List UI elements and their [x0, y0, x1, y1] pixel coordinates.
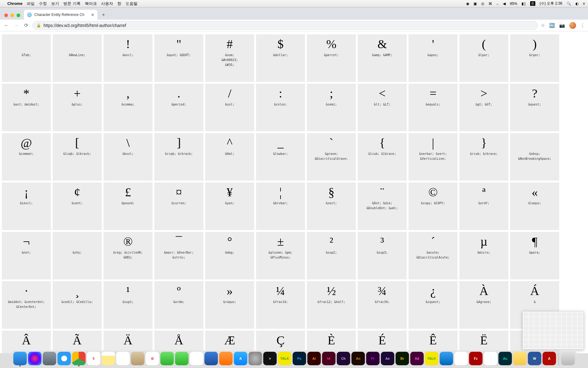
char-cell[interactable]: º&ordm; — [154, 281, 203, 329]
pip-thumbnail[interactable] — [522, 311, 584, 350]
dock-app-screenshot[interactable] — [484, 352, 497, 365]
dock-app-numbers[interactable] — [190, 352, 203, 365]
char-cell[interactable]: ¢&cent; — [53, 182, 102, 230]
forward-button[interactable]: → — [13, 23, 20, 28]
char-cell[interactable]: )&rpar; — [510, 34, 559, 82]
char-cell[interactable]: ¸&cedil; &Cedilla; — [53, 281, 102, 329]
char-cell[interactable]: ¦&brvbar; — [256, 182, 305, 230]
char-cell[interactable]: &NewLine; — [53, 34, 102, 82]
dock-app-kakaotalk[interactable]: TALK — [278, 352, 292, 365]
dock-app-photoshop[interactable]: Ps — [293, 352, 306, 365]
status-icon-1[interactable]: ◉ — [466, 2, 469, 6]
input-source[interactable]: 한 — [530, 1, 535, 6]
menubar-clock[interactable]: (수) 오후 2:36 — [540, 1, 562, 6]
dock-app-kakao2[interactable]: TALK — [425, 352, 439, 365]
volume-icon[interactable]: ◀ — [503, 2, 506, 6]
dock-app-filezilla[interactable]: Fz — [469, 352, 483, 365]
char-cell[interactable]: ;&semi; — [307, 84, 356, 131]
status-icon-3[interactable]: ◎ — [481, 2, 484, 6]
char-cell[interactable]: :&colon; — [256, 84, 305, 131]
menu-help[interactable]: 도움말 — [126, 1, 138, 6]
battery-icon[interactable]: ▮▯ — [522, 2, 526, 6]
char-cell[interactable]: Ã — [53, 331, 102, 353]
char-cell[interactable]: ¨&Dot; &die; &DoubleDot; &uml; — [358, 182, 407, 230]
dock-app-reminders[interactable] — [116, 352, 130, 365]
char-cell[interactable]: »&raquo; — [205, 281, 254, 329]
char-cell[interactable]: À&Agrave; — [459, 281, 508, 329]
char-cell[interactable]: `&grave; &DiacriticalGrave; — [307, 133, 356, 181]
window-close-button[interactable] — [4, 13, 8, 17]
char-cell[interactable]: §&sect; — [307, 182, 356, 230]
char-cell[interactable]: '&apos; — [409, 34, 458, 82]
dock-app-acrobat[interactable]: A — [543, 352, 556, 365]
char-cell[interactable]: µ&micro; — [459, 232, 508, 279]
char-cell[interactable]: Å — [154, 331, 203, 353]
char-cell[interactable]: ¼&frac14; — [256, 281, 305, 329]
char-cell[interactable]: ±&plusmn; &pm; &PlusMinus; — [256, 232, 305, 279]
dock-app-books[interactable] — [219, 352, 233, 365]
char-cell[interactable]: <&lt; &LT; — [358, 84, 407, 131]
dock-app-animate[interactable]: An — [352, 352, 365, 365]
char-cell[interactable]: ³&sup3; — [358, 232, 407, 279]
char-cell[interactable]: Â — [2, 331, 51, 353]
char-cell[interactable]: ¶&para; — [510, 232, 559, 279]
dock-app-audition[interactable]: Au — [499, 352, 512, 365]
dock-app-figma[interactable] — [454, 352, 468, 365]
char-cell[interactable]: ¹&sup1; — [104, 281, 153, 329]
char-cell[interactable]: %&percnt; — [307, 34, 356, 82]
control-center-icon[interactable]: ≡ — [583, 2, 585, 6]
char-cell[interactable]: Æ — [205, 331, 254, 353]
status-icon-2[interactable]: ▣ — [473, 2, 477, 6]
translate-icon[interactable]: 🔤 — [549, 23, 555, 28]
dock-app-notes[interactable] — [102, 352, 115, 365]
window-minimize-button[interactable] — [10, 13, 14, 17]
menu-people[interactable]: 사용자 — [101, 1, 113, 6]
char-cell[interactable]: "&quot; &QUOT; — [154, 34, 203, 82]
char-cell[interactable]: ´&acute; &DiacriticalAcute; — [409, 232, 458, 279]
window-zoom-button[interactable] — [17, 13, 20, 17]
dock-app-stickies[interactable] — [513, 352, 527, 365]
char-cell[interactable]: [&lsqb; &lbrack; — [53, 133, 102, 181]
char-cell[interactable]: _&lowbar; — [256, 133, 305, 181]
dock-app-facetime[interactable] — [175, 352, 189, 365]
char-cell[interactable]: ®&reg; &circledR; &REG; — [104, 232, 153, 279]
dock-app-word[interactable]: W — [528, 352, 541, 365]
char-cell[interactable]: /&sol; — [205, 84, 254, 131]
dock-app-photos[interactable]: ✿ — [146, 352, 159, 365]
camera-icon[interactable]: 📷 — [559, 23, 565, 28]
app-name[interactable]: Chrome — [7, 1, 22, 6]
char-cell[interactable]: ¥&yen; — [205, 182, 254, 230]
address-bar[interactable]: 🔒 https://dev.w3.org/html5/html-author/c… — [32, 21, 538, 30]
dock-app-siri[interactable] — [28, 352, 42, 365]
char-cell[interactable]: ¤&curren; — [154, 182, 203, 230]
char-cell[interactable]: ©&copy; &COPY; — [409, 182, 458, 230]
menu-bookmarks[interactable]: 북마크 — [85, 1, 97, 6]
dock-app-contacts[interactable] — [131, 352, 145, 365]
dock-app-keynote[interactable] — [205, 352, 218, 365]
char-cell[interactable]: =&equals; — [409, 84, 458, 131]
char-cell[interactable]: ¯&macr; &OverBar; &strns; — [154, 232, 203, 279]
char-cell[interactable]: >&gt; &GT; — [459, 84, 508, 131]
dock-app-calendar[interactable]: 5 — [87, 352, 100, 365]
char-cell[interactable]: *&ast; &midast; — [2, 84, 51, 131]
char-cell[interactable]: &nbsp; &NonBreakingSpace; — [510, 133, 559, 181]
char-cell[interactable]: +&plus; — [53, 84, 102, 131]
dock-app-illustrator[interactable]: Ai — [307, 352, 321, 365]
char-cell[interactable]: £&pound; — [104, 182, 153, 230]
new-tab-button[interactable]: ＋ — [99, 10, 108, 19]
char-cell[interactable]: Ä — [104, 331, 153, 353]
menu-view[interactable]: 보기 — [51, 1, 59, 6]
char-cell[interactable]: ^&Hat; — [205, 133, 254, 181]
char-cell[interactable]: °&deg; — [205, 232, 254, 279]
char-cell[interactable]: ¡&iexcl; — [2, 182, 51, 230]
siri-icon[interactable]: ◐ — [575, 2, 579, 6]
char-cell[interactable]: ¬&not; — [2, 232, 51, 279]
char-cell[interactable]: \&bsol; — [104, 133, 153, 181]
char-cell[interactable]: (&lpar; — [459, 34, 508, 82]
star-icon[interactable]: ☆ — [541, 23, 545, 28]
char-cell[interactable]: {&lcub; &lbrace; — [358, 133, 407, 181]
spotlight-icon[interactable]: 🔍 — [567, 2, 571, 6]
menu-edit[interactable]: 수정 — [39, 1, 47, 6]
tab-close-button[interactable]: ✕ — [91, 13, 94, 17]
dock-app-settings[interactable] — [249, 352, 262, 365]
